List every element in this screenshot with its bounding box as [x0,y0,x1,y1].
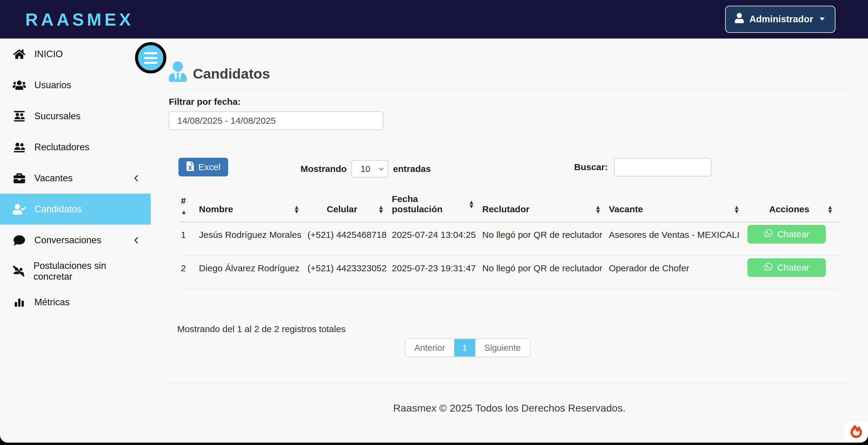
col-header-num[interactable]: # ▲ [181,191,199,222]
debug-toolbar-tab[interactable] [844,421,868,443]
cell-nombre: Diego Álvarez Rodríguez [199,255,307,289]
records-summary: Mostrando del 1 al 2 de 2 registros tota… [177,323,850,335]
pagination-page-1-button[interactable]: 1 [454,339,475,356]
sidebar-item-label: Sucursales [34,111,81,122]
hamburger-icon [144,52,157,54]
sidebar-item-reclutadores[interactable]: Reclutadores [0,132,151,163]
flame-icon [850,425,862,439]
user-tie-icon [169,61,187,83]
page-title: Candidatos [193,65,270,83]
sort-icons: ▲▼ [378,205,384,213]
excel-export-button[interactable]: Excel [179,158,228,176]
showing-label: Mostrando [301,164,347,174]
cell-vacante: Operador de Chofer [609,255,747,289]
search-label: Buscar: [574,162,608,172]
search-input[interactable] [614,158,712,176]
table-row: 2 Diego Álvarez Rodríguez (+521) 4423323… [181,255,841,289]
caret-down-icon [818,14,826,25]
brand-logo: RAASMEX [25,9,134,30]
sidebar-item-label: Usuarios [34,80,71,91]
sidebar-item-vacantes[interactable]: Vacantes [0,163,151,194]
entries-label: entradas [393,164,431,174]
title-divider [169,90,850,90]
col-label: Vacante [609,204,643,214]
whatsapp-icon [764,229,773,240]
chatear-button-label: Chatear [777,229,809,239]
sidebar-item-candidatos[interactable]: Candidatos [0,194,151,225]
user-icon [735,13,744,26]
col-label: Reclutador [482,204,530,214]
col-label: Nombre [199,204,233,214]
sidebar-item-label: INICIO [34,49,63,60]
excel-button-label: Excel [198,162,220,172]
col-header-celular[interactable]: Celular ▲▼ [307,191,392,222]
col-label: # [181,196,199,206]
sidebar-item-label: Reclutadores [34,142,90,152]
col-header-acciones[interactable]: Acciones ▲▼ [747,191,841,222]
chatear-button[interactable]: Chatear [747,258,826,277]
entries-per-page-select[interactable]: 10 [351,160,388,178]
chatear-button-label: Chatear [777,263,809,273]
sidebar-item-postulaciones[interactable]: Postulaciones sin concretar [0,255,151,287]
sidebar-item-label: Métricas [34,297,70,308]
cell-vacante: Asesores de Ventas - MEXICALI [609,222,747,255]
cell-celular: (+521) 4425468718 [307,222,392,255]
pagination-prev-button[interactable]: Anterior [405,339,454,356]
filter-date-label: Filtrar por fecha: [169,96,850,107]
briefcase-icon [12,173,27,184]
col-label: Acciones [769,204,809,214]
cell-fecha: 2025-07-24 13:04:25 [392,222,482,255]
chatear-button[interactable]: Chatear [747,225,826,244]
sort-icons: ▲▼ [734,205,740,213]
top-navbar: RAASMEX Administrador [0,0,868,38]
cell-nombre: Jesús Rodríguez Morales [199,222,307,255]
sidebar: INICIO Usuarios Sucursales Reclutadores [0,38,151,443]
sidebar-item-metricas[interactable]: Métricas [0,287,151,318]
user-check-icon [12,204,27,215]
col-label: Celular [327,204,358,214]
sidebar-item-sucursales[interactable]: Sucursales [0,101,151,132]
sidebar-item-inicio[interactable]: INICIO [0,38,151,70]
sidebar-item-conversaciones[interactable]: Conversaciones [0,225,151,255]
table-header-row: # ▲ Nombre ▲▼ Celular [181,191,841,222]
col-header-fecha[interactable]: Fecha postulación ▲▼ [392,191,482,222]
col-header-reclutador[interactable]: Reclutador ▲▼ [482,191,609,222]
sort-icons: ▲▼ [595,205,601,213]
comment-icon [12,235,27,246]
sort-icons: ▲▼ [827,205,833,213]
pagination-next-button[interactable]: Siguiente [475,339,530,356]
cell-fecha: 2025-07-23 19:31:47 [392,255,482,289]
whatsapp-icon [764,262,773,273]
users-line-icon [12,141,27,153]
user-menu-label: Administrador [749,14,813,25]
sort-asc-icon: ▲ [181,210,199,214]
sidebar-toggle-button[interactable] [135,42,166,73]
sort-icons: ▲▼ [468,200,474,208]
cell-celular: (+521) 4423323052 [307,255,392,289]
col-label: Fecha postulación [392,194,468,214]
user-menu-button[interactable]: Administrador [725,6,835,33]
pagination: Anterior 1 Siguiente [405,338,530,357]
main-content: Candidatos Filtrar por fecha: Excel Most… [151,38,868,443]
col-header-nombre[interactable]: Nombre ▲▼ [199,191,307,222]
chart-column-icon [12,297,27,308]
cell-num: 2 [181,255,199,289]
footer-divider [169,383,850,384]
sort-icons: ▲▼ [293,205,300,213]
users-between-lines-icon [12,110,27,122]
col-header-vacante[interactable]: Vacante ▲▼ [609,191,747,222]
cell-num: 1 [181,222,199,255]
date-range-input[interactable] [169,111,383,130]
chevron-left-icon [133,236,141,244]
app-window: RAASMEX Administrador INICIO [0,0,868,443]
file-excel-icon [186,161,194,173]
candidates-table: # ▲ Nombre ▲▼ Celular [181,191,841,289]
cell-reclutador: No llegó por QR de reclutador [482,222,609,255]
footer-copyright: Raasmex © 2025 Todos los Derechos Reserv… [169,402,850,414]
home-icon [12,49,27,60]
sidebar-item-usuarios[interactable]: Usuarios [0,70,151,101]
chevron-left-icon [133,174,141,182]
table-row: 1 Jesús Rodríguez Morales (+521) 4425468… [181,222,841,255]
table-toolbar: Excel Mostrando 10 entradas B [169,156,850,184]
cell-reclutador: No llegó por QR de reclutador [482,255,609,289]
